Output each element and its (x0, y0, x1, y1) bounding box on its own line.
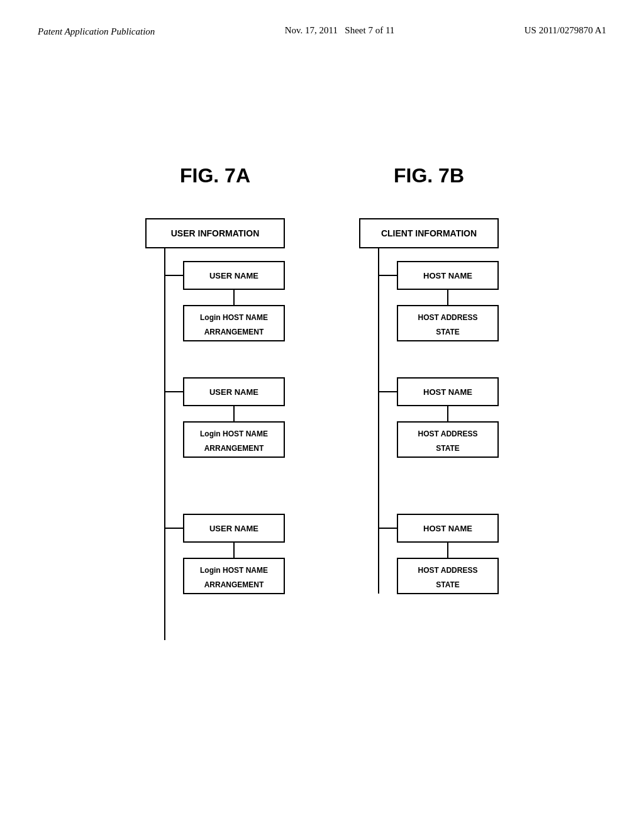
svg-text:USER INFORMATION: USER INFORMATION (171, 228, 260, 238)
svg-text:ARRANGEMENT: ARRANGEMENT (204, 444, 264, 453)
fig-7b-container: FIG. 7B CLIENT INFORMATION HOST NAME HOS… (347, 164, 511, 653)
publication-label: Patent Application Publication (38, 25, 155, 38)
svg-text:HOST NAME: HOST NAME (423, 524, 472, 533)
fig-7a-diagram: USER INFORMATION USER NAME Login HOST NA… (133, 213, 297, 653)
svg-text:HOST NAME: HOST NAME (423, 271, 472, 280)
fig-7b-title: FIG. 7B (394, 164, 464, 187)
svg-text:⋮: ⋮ (373, 479, 384, 492)
svg-text:ARRANGEMENT: ARRANGEMENT (204, 580, 264, 589)
svg-text:USER NAME: USER NAME (209, 524, 258, 533)
svg-text:STATE: STATE (436, 444, 460, 453)
svg-text:Login HOST NAME: Login HOST NAME (200, 313, 268, 322)
svg-text:STATE: STATE (436, 580, 460, 589)
svg-text:Login HOST NAME: Login HOST NAME (200, 429, 268, 438)
svg-text:HOST ADDRESS: HOST ADDRESS (418, 313, 478, 322)
svg-text:Login HOST NAME: Login HOST NAME (200, 566, 268, 575)
main-content: FIG. 7A USER INFORMATION USER NAME Login… (0, 164, 644, 653)
svg-text:HOST NAME: HOST NAME (423, 387, 472, 397)
header-center: Nov. 17, 2011 Sheet 7 of 11 (285, 25, 395, 36)
svg-text:CLIENT INFORMATION: CLIENT INFORMATION (381, 228, 477, 238)
svg-text:HOST ADDRESS: HOST ADDRESS (418, 429, 478, 438)
svg-text:USER NAME: USER NAME (209, 387, 258, 397)
fig-7b-diagram: CLIENT INFORMATION HOST NAME HOST ADDRES… (347, 213, 511, 653)
fig-7a-title: FIG. 7A (180, 164, 250, 187)
svg-text:HOST ADDRESS: HOST ADDRESS (418, 566, 478, 575)
fig-7a-container: FIG. 7A USER INFORMATION USER NAME Login… (133, 164, 297, 653)
svg-text:STATE: STATE (436, 328, 460, 336)
patent-number: US 2011/0279870 A1 (525, 25, 606, 36)
svg-text:USER NAME: USER NAME (209, 271, 258, 280)
page-header: Patent Application Publication Nov. 17, … (0, 0, 644, 38)
svg-text:ARRANGEMENT: ARRANGEMENT (204, 328, 264, 336)
